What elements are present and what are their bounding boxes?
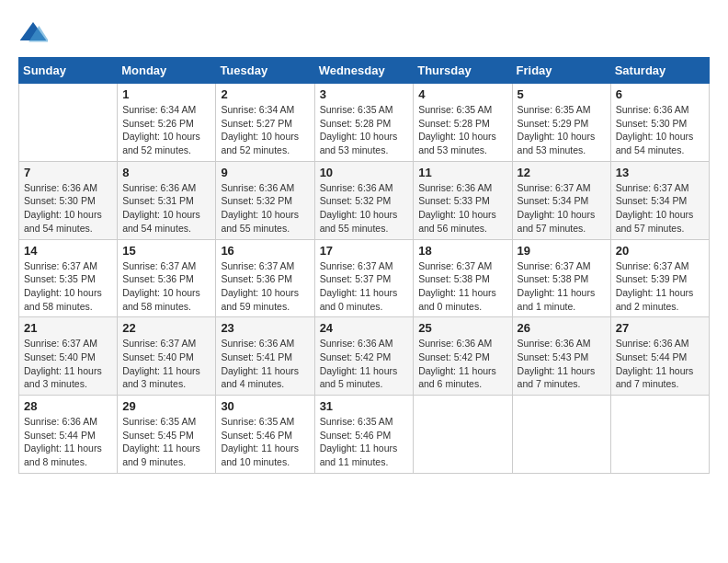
day-info: Sunrise: 6:36 AM Sunset: 5:44 PM Dayligh…: [24, 415, 112, 469]
weekday-header-row: SundayMondayTuesdayWednesdayThursdayFrid…: [19, 58, 710, 84]
day-info: Sunrise: 6:37 AM Sunset: 5:34 PM Dayligh…: [518, 181, 606, 236]
calendar-cell: 5Sunrise: 6:35 AM Sunset: 5:29 PM Daylig…: [512, 84, 610, 162]
day-number: 26: [518, 321, 606, 335]
day-number: 14: [24, 244, 112, 258]
weekday-header-wednesday: Wednesday: [314, 58, 414, 84]
day-number: 25: [418, 321, 506, 335]
calendar-cell: 15Sunrise: 6:37 AM Sunset: 5:36 PM Dayli…: [118, 239, 216, 317]
calendar-cell: [19, 84, 118, 162]
day-info: Sunrise: 6:36 AM Sunset: 5:32 PM Dayligh…: [221, 181, 309, 236]
calendar-cell: 22Sunrise: 6:37 AM Sunset: 5:40 PM Dayli…: [118, 317, 216, 396]
day-number: 10: [320, 166, 409, 179]
day-info: Sunrise: 6:36 AM Sunset: 5:31 PM Dayligh…: [122, 181, 210, 236]
day-info: Sunrise: 6:36 AM Sunset: 5:44 PM Dayligh…: [616, 337, 704, 391]
day-number: 1: [122, 87, 210, 101]
day-number: 31: [320, 399, 409, 413]
calendar-cell: 4Sunrise: 6:35 AM Sunset: 5:28 PM Daylig…: [414, 84, 512, 162]
day-info: Sunrise: 6:35 AM Sunset: 5:46 PM Dayligh…: [221, 415, 309, 469]
weekday-header-friday: Friday: [512, 58, 610, 84]
day-info: Sunrise: 6:34 AM Sunset: 5:27 PM Dayligh…: [221, 103, 309, 157]
calendar-cell: [414, 396, 512, 474]
day-info: Sunrise: 6:37 AM Sunset: 5:37 PM Dayligh…: [320, 259, 409, 314]
day-info: Sunrise: 6:37 AM Sunset: 5:39 PM Dayligh…: [616, 259, 704, 314]
day-number: 19: [518, 244, 606, 258]
calendar-cell: 30Sunrise: 6:35 AM Sunset: 5:46 PM Dayli…: [216, 396, 314, 474]
day-info: Sunrise: 6:35 AM Sunset: 5:29 PM Dayligh…: [518, 103, 606, 157]
day-info: Sunrise: 6:37 AM Sunset: 5:35 PM Dayligh…: [24, 259, 112, 314]
weekday-header-monday: Monday: [118, 58, 216, 84]
calendar-cell: 9Sunrise: 6:36 AM Sunset: 5:32 PM Daylig…: [216, 161, 314, 239]
day-info: Sunrise: 6:37 AM Sunset: 5:34 PM Dayligh…: [616, 181, 704, 236]
day-number: 29: [122, 399, 210, 413]
calendar-cell: 1Sunrise: 6:34 AM Sunset: 5:26 PM Daylig…: [118, 84, 216, 162]
calendar-cell: 16Sunrise: 6:37 AM Sunset: 5:36 PM Dayli…: [216, 239, 314, 317]
calendar-week-3: 14Sunrise: 6:37 AM Sunset: 5:35 PM Dayli…: [19, 239, 710, 317]
calendar-header: SundayMondayTuesdayWednesdayThursdayFrid…: [19, 58, 710, 84]
calendar-table: SundayMondayTuesdayWednesdayThursdayFrid…: [18, 57, 710, 474]
weekday-header-sunday: Sunday: [19, 58, 118, 84]
calendar-cell: 2Sunrise: 6:34 AM Sunset: 5:27 PM Daylig…: [216, 84, 314, 162]
day-info: Sunrise: 6:36 AM Sunset: 5:41 PM Dayligh…: [221, 337, 309, 391]
day-info: Sunrise: 6:36 AM Sunset: 5:43 PM Dayligh…: [518, 337, 606, 391]
calendar-cell: 21Sunrise: 6:37 AM Sunset: 5:40 PM Dayli…: [19, 317, 118, 396]
day-number: 30: [221, 399, 309, 413]
day-number: 27: [616, 321, 704, 335]
page-container: SundayMondayTuesdayWednesdayThursdayFrid…: [18, 18, 710, 474]
day-info: Sunrise: 6:36 AM Sunset: 5:32 PM Dayligh…: [320, 181, 409, 236]
calendar-cell: 11Sunrise: 6:36 AM Sunset: 5:33 PM Dayli…: [414, 161, 512, 239]
day-info: Sunrise: 6:35 AM Sunset: 5:45 PM Dayligh…: [122, 415, 210, 469]
day-info: Sunrise: 6:37 AM Sunset: 5:38 PM Dayligh…: [518, 259, 606, 314]
day-info: Sunrise: 6:37 AM Sunset: 5:40 PM Dayligh…: [122, 337, 210, 391]
calendar-cell: 17Sunrise: 6:37 AM Sunset: 5:37 PM Dayli…: [314, 239, 414, 317]
day-number: 11: [418, 166, 506, 179]
day-number: 23: [221, 321, 309, 335]
day-number: 24: [320, 321, 409, 335]
day-number: 17: [320, 244, 409, 258]
calendar-cell: 19Sunrise: 6:37 AM Sunset: 5:38 PM Dayli…: [512, 239, 610, 317]
day-number: 20: [616, 244, 704, 258]
calendar-cell: 12Sunrise: 6:37 AM Sunset: 5:34 PM Dayli…: [512, 161, 610, 239]
calendar-cell: 7Sunrise: 6:36 AM Sunset: 5:30 PM Daylig…: [19, 161, 118, 239]
calendar-cell: 10Sunrise: 6:36 AM Sunset: 5:32 PM Dayli…: [314, 161, 414, 239]
day-info: Sunrise: 6:35 AM Sunset: 5:28 PM Dayligh…: [418, 103, 506, 157]
day-info: Sunrise: 6:35 AM Sunset: 5:46 PM Dayligh…: [320, 415, 409, 469]
day-number: 7: [24, 166, 112, 179]
calendar-cell: 8Sunrise: 6:36 AM Sunset: 5:31 PM Daylig…: [118, 161, 216, 239]
day-number: 18: [418, 244, 506, 258]
calendar-week-1: 1Sunrise: 6:34 AM Sunset: 5:26 PM Daylig…: [19, 84, 710, 162]
calendar-cell: 29Sunrise: 6:35 AM Sunset: 5:45 PM Dayli…: [118, 396, 216, 474]
day-info: Sunrise: 6:37 AM Sunset: 5:36 PM Dayligh…: [122, 259, 210, 314]
calendar-cell: 13Sunrise: 6:37 AM Sunset: 5:34 PM Dayli…: [610, 161, 709, 239]
calendar-cell: 20Sunrise: 6:37 AM Sunset: 5:39 PM Dayli…: [610, 239, 709, 317]
day-info: Sunrise: 6:35 AM Sunset: 5:28 PM Dayligh…: [320, 103, 409, 157]
logo-icon: [18, 18, 48, 48]
day-info: Sunrise: 6:36 AM Sunset: 5:42 PM Dayligh…: [320, 337, 409, 391]
calendar-cell: 31Sunrise: 6:35 AM Sunset: 5:46 PM Dayli…: [314, 396, 414, 474]
weekday-header-thursday: Thursday: [414, 58, 512, 84]
day-number: 8: [122, 166, 210, 179]
calendar-body: 1Sunrise: 6:34 AM Sunset: 5:26 PM Daylig…: [19, 84, 710, 474]
day-number: 3: [320, 87, 409, 101]
day-info: Sunrise: 6:36 AM Sunset: 5:33 PM Dayligh…: [418, 181, 506, 236]
calendar-cell: 27Sunrise: 6:36 AM Sunset: 5:44 PM Dayli…: [610, 317, 709, 396]
day-number: 4: [418, 87, 506, 101]
calendar-cell: 24Sunrise: 6:36 AM Sunset: 5:42 PM Dayli…: [314, 317, 414, 396]
day-number: 28: [24, 399, 112, 413]
calendar-week-2: 7Sunrise: 6:36 AM Sunset: 5:30 PM Daylig…: [19, 161, 710, 239]
day-number: 22: [122, 321, 210, 335]
calendar-week-5: 28Sunrise: 6:36 AM Sunset: 5:44 PM Dayli…: [19, 396, 710, 474]
header-area: [18, 18, 710, 48]
calendar-cell: [610, 396, 709, 474]
day-number: 15: [122, 244, 210, 258]
day-info: Sunrise: 6:34 AM Sunset: 5:26 PM Dayligh…: [122, 103, 210, 157]
calendar-cell: 3Sunrise: 6:35 AM Sunset: 5:28 PM Daylig…: [314, 84, 414, 162]
day-info: Sunrise: 6:37 AM Sunset: 5:36 PM Dayligh…: [221, 259, 309, 314]
day-info: Sunrise: 6:36 AM Sunset: 5:30 PM Dayligh…: [616, 103, 704, 157]
day-number: 21: [24, 321, 112, 335]
day-number: 13: [616, 166, 704, 179]
day-info: Sunrise: 6:37 AM Sunset: 5:40 PM Dayligh…: [24, 337, 112, 391]
day-number: 12: [518, 166, 606, 179]
calendar-cell: 23Sunrise: 6:36 AM Sunset: 5:41 PM Dayli…: [216, 317, 314, 396]
day-info: Sunrise: 6:36 AM Sunset: 5:30 PM Dayligh…: [24, 181, 112, 236]
day-info: Sunrise: 6:36 AM Sunset: 5:42 PM Dayligh…: [418, 337, 506, 391]
